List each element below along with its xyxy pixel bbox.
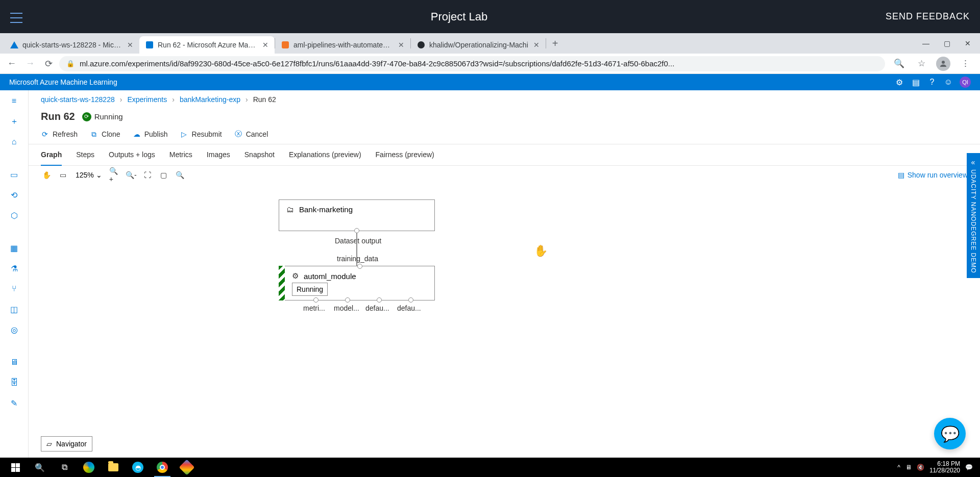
reload-icon[interactable]: ⟳ <box>41 56 56 71</box>
automl-icon[interactable]: ⟲ <box>5 187 23 203</box>
browser-tab[interactable]: quick-starts-ws-128228 - Microso ✕ <box>4 36 139 54</box>
show-run-overview-button[interactable]: ▤ Show run overview <box>898 171 968 179</box>
publish-button[interactable]: ☁Publish <box>133 130 168 138</box>
clock[interactable]: 6:18 PM 11/28/2020 <box>929 461 960 474</box>
chat-bubble-icon[interactable]: 💬 <box>934 418 966 449</box>
window-maximize-icon[interactable]: ▢ <box>944 39 950 47</box>
new-tab-button[interactable]: + <box>546 38 565 49</box>
search-icon[interactable]: 🔍 <box>175 169 186 181</box>
back-icon[interactable]: ← <box>4 56 19 71</box>
edge-browser[interactable] <box>77 458 101 477</box>
models-icon[interactable]: ◫ <box>5 302 23 317</box>
zoom-icon[interactable]: 🔍 <box>891 56 906 71</box>
pipeline-canvas[interactable]: 🗂 Bank-marketing Dataset output training… <box>29 184 980 458</box>
browser-tab-active[interactable]: Run 62 - Microsoft Azure Machin ✕ <box>139 36 275 54</box>
output-port[interactable] <box>408 297 413 303</box>
docker-app[interactable]: ◓ <box>126 458 150 477</box>
close-icon[interactable]: ✕ <box>261 41 270 49</box>
tab-steps[interactable]: Steps <box>76 144 94 166</box>
labeling-icon[interactable]: ✎ <box>5 395 23 411</box>
chrome-app[interactable] <box>150 458 175 477</box>
node-automl[interactable]: ⚙ automl_module Running metri... model..… <box>279 266 435 300</box>
network-icon[interactable]: 🖥 <box>905 464 912 471</box>
compute-icon[interactable]: 🖥 <box>5 355 23 370</box>
browser-tab-strip: quick-starts-ws-128228 - Microso ✕ Run 6… <box>0 33 980 54</box>
node-title: Bank-marketing <box>299 205 353 214</box>
notebooks-icon[interactable]: ▭ <box>5 167 23 182</box>
browser-tab[interactable]: aml-pipelines-with-automated-m ✕ <box>275 36 410 54</box>
close-icon[interactable]: ✕ <box>126 41 134 49</box>
collapse-icon[interactable]: ≡ <box>5 93 23 109</box>
window-close-icon[interactable]: ✕ <box>965 39 971 47</box>
forward-icon[interactable]: → <box>22 56 38 71</box>
file-explorer[interactable] <box>101 458 126 477</box>
volume-icon[interactable]: 🔇 <box>917 464 924 471</box>
endpoints-icon[interactable]: ◎ <box>5 322 23 337</box>
task-view-button[interactable]: ⧉ <box>52 458 77 477</box>
designer-icon[interactable]: ⬡ <box>5 208 23 223</box>
profile-icon[interactable] <box>936 57 950 71</box>
notifications-icon[interactable]: 💬 <box>965 464 973 471</box>
output-port[interactable] <box>345 297 350 303</box>
jupyter-icon <box>281 41 289 49</box>
lock-icon: 🔒 <box>66 60 75 67</box>
resubmit-button[interactable]: ▷Resubmit <box>180 130 222 138</box>
cancel-icon: ⓧ <box>234 130 242 139</box>
tab-explanations[interactable]: Explanations (preview) <box>289 144 361 166</box>
datasets-icon[interactable]: ▦ <box>5 240 23 256</box>
user-avatar[interactable]: QI <box>960 77 971 88</box>
status-text: Running <box>94 112 123 121</box>
cursor-icon: ✋ <box>534 244 548 258</box>
zoom-out-icon[interactable]: 🔍- <box>126 169 137 181</box>
fit-screen-icon[interactable]: ⛶ <box>142 169 153 181</box>
tab-graph[interactable]: Graph <box>41 144 62 166</box>
input-port[interactable] <box>357 264 362 269</box>
home-icon[interactable]: ⌂ <box>5 134 23 149</box>
actual-size-icon[interactable]: ▢ <box>158 169 169 181</box>
select-icon[interactable]: ▭ <box>57 169 68 181</box>
tab-metrics[interactable]: Metrics <box>169 144 192 166</box>
close-icon[interactable]: ✕ <box>397 41 405 49</box>
window-minimize-icon[interactable]: — <box>922 39 929 47</box>
browser-tab[interactable]: khalidw/Operationalizing-Machi ✕ <box>411 36 546 54</box>
bookmark-icon[interactable]: ☆ <box>914 56 929 71</box>
pipelines-icon[interactable]: ⑂ <box>5 281 23 296</box>
cancel-button[interactable]: ⓧCancel <box>234 130 268 139</box>
settings-icon[interactable]: ⚙ <box>891 74 908 90</box>
zoom-in-icon[interactable]: 🔍+ <box>109 169 120 181</box>
chevron-left-icon: « <box>971 158 976 166</box>
breadcrumb-workspace[interactable]: quick-starts-ws-128228 <box>41 95 115 104</box>
udacity-demo-flag[interactable]: « UDACITY NANODEGREE DEMO <box>967 153 980 278</box>
tab-snapshot[interactable]: Snapshot <box>244 144 275 166</box>
navigator-toggle[interactable]: ▱ Navigator <box>41 436 92 451</box>
menu-dots-icon[interactable]: ⋮ <box>958 56 973 71</box>
run-status: ⟳ Running <box>82 112 123 121</box>
tray-chevron-icon[interactable]: ^ <box>897 464 900 471</box>
breadcrumb-experiment[interactable]: bankMarketing-exp <box>180 95 240 104</box>
output-port[interactable] <box>313 297 318 303</box>
other-app[interactable] <box>175 458 199 477</box>
menu-icon[interactable] <box>10 13 22 23</box>
add-icon[interactable]: ＋ <box>5 114 23 129</box>
panel-icon[interactable]: ▤ <box>908 74 924 90</box>
tab-images[interactable]: Images <box>207 144 230 166</box>
node-dataset[interactable]: 🗂 Bank-marketing <box>279 199 435 231</box>
feedback-smiley-icon[interactable]: ☺ <box>940 74 957 90</box>
address-bar[interactable]: 🔒 ml.azure.com/experiments/id/8af99230-6… <box>59 56 885 71</box>
tab-fairness[interactable]: Fairness (preview) <box>376 144 434 166</box>
datastores-icon[interactable]: 🗄 <box>5 375 23 390</box>
zoom-level[interactable]: 125%⌄ <box>74 171 104 179</box>
search-button[interactable]: 🔍 <box>28 458 52 477</box>
close-icon[interactable]: ✕ <box>532 41 541 49</box>
breadcrumb-experiments[interactable]: Experiments <box>127 95 167 104</box>
send-feedback-button[interactable]: SEND FEEDBACK <box>886 11 970 22</box>
output-port[interactable] <box>377 297 382 303</box>
help-icon[interactable]: ? <box>924 74 940 90</box>
tab-outputs[interactable]: Outputs + logs <box>109 144 155 166</box>
pan-icon[interactable]: ✋ <box>41 169 52 181</box>
clone-button[interactable]: ⧉Clone <box>90 130 120 139</box>
experiments-icon[interactable]: ⚗ <box>5 261 23 276</box>
refresh-button[interactable]: ⟳Refresh <box>41 130 78 138</box>
start-button[interactable] <box>3 458 28 477</box>
panel-icon: ▤ <box>898 171 904 179</box>
